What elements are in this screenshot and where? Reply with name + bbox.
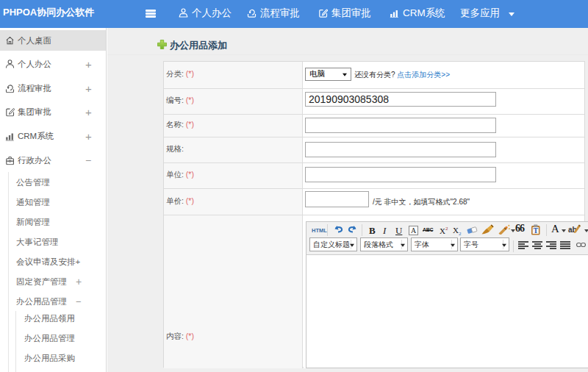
svg-text:T: T [534,227,539,235]
